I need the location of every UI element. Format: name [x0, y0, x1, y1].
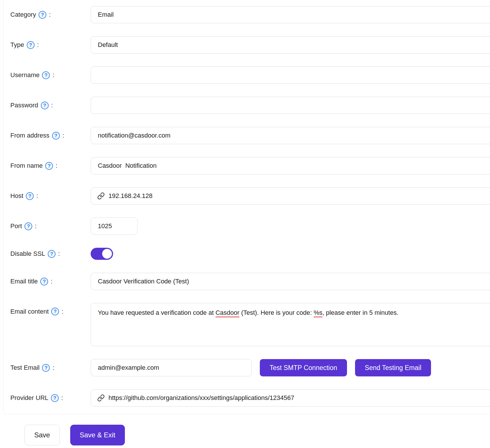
label-colon: :	[56, 162, 57, 169]
link-icon	[97, 394, 105, 402]
type-select[interactable]	[91, 36, 490, 54]
help-icon[interactable]: ?	[51, 394, 59, 402]
email-content-textarea[interactable]: You have requested a verification code a…	[91, 303, 490, 346]
help-icon[interactable]: ?	[39, 11, 46, 19]
email-content-text: (Test). Here is your code:	[239, 309, 314, 316]
help-icon[interactable]: ?	[52, 132, 60, 140]
label-colon: :	[49, 11, 51, 18]
help-icon[interactable]: ?	[24, 222, 32, 230]
help-icon[interactable]: ?	[42, 364, 50, 372]
disable-ssl-toggle[interactable]	[91, 248, 113, 260]
label-colon: :	[36, 192, 38, 200]
help-icon[interactable]: ?	[42, 71, 50, 79]
password-input[interactable]	[91, 97, 490, 114]
email-title-label: Email title	[10, 278, 38, 285]
help-icon[interactable]: ?	[41, 102, 49, 109]
row-port: Port ? :	[10, 218, 490, 235]
category-select[interactable]	[91, 6, 490, 23]
help-icon[interactable]: ?	[45, 162, 53, 170]
test-smtp-connection-button[interactable]: Test SMTP Connection	[260, 359, 347, 376]
row-host: Host ? : 192.168.24.128	[10, 187, 490, 205]
row-password: Password ? :	[10, 97, 490, 114]
email-title-input[interactable]	[91, 273, 490, 290]
toggle-knob	[102, 249, 112, 259]
provider-edit-card: Category ? : Type ? : Username ? :	[3, 0, 490, 414]
spellcheck-underline: %s	[314, 309, 323, 317]
port-label: Port	[10, 222, 22, 230]
label-colon: :	[51, 102, 53, 109]
row-disable-ssl: Disable SSL ? :	[10, 248, 490, 260]
password-label: Password	[10, 102, 38, 109]
label-colon: :	[52, 364, 54, 371]
help-icon[interactable]: ?	[26, 192, 34, 200]
save-exit-button[interactable]: Save & Exit	[70, 425, 125, 445]
label-colon: :	[51, 278, 52, 285]
email-content-text: , please enter in 5 minutes.	[323, 309, 399, 316]
spellcheck-underline: Casdoor	[216, 309, 239, 317]
email-content-label: Email content	[10, 308, 49, 315]
username-input[interactable]	[91, 66, 490, 84]
help-icon[interactable]: ?	[48, 250, 56, 258]
category-label: Category	[10, 11, 36, 18]
help-icon[interactable]: ?	[27, 41, 35, 49]
send-testing-email-button[interactable]: Send Testing Email	[355, 359, 431, 376]
row-username: Username ? :	[10, 66, 490, 84]
provider-url-input[interactable]: https://github.com/organizations/xxx/set…	[91, 389, 490, 407]
label-colon: :	[61, 394, 63, 402]
row-email-content: Email content ? : You have requested a v…	[10, 303, 490, 346]
row-from-name: From name ? :	[10, 157, 490, 174]
port-input[interactable]	[91, 218, 138, 235]
row-email-title: Email title ? :	[10, 273, 490, 290]
help-icon[interactable]: ?	[40, 278, 48, 285]
test-email-input[interactable]	[91, 359, 252, 376]
from-address-label: From address	[10, 132, 49, 139]
label-colon: :	[52, 71, 54, 79]
help-icon[interactable]: ?	[51, 308, 59, 315]
test-email-label: Test Email	[10, 364, 39, 371]
host-input[interactable]: 192.168.24.128	[91, 187, 490, 205]
footer-actions: Save Save & Exit	[24, 425, 490, 445]
row-type: Type ? :	[10, 36, 490, 54]
label-colon: :	[62, 308, 63, 315]
email-content-text: You have requested a verification code a…	[98, 309, 216, 316]
label-colon: :	[35, 222, 37, 230]
host-label: Host	[10, 192, 23, 200]
from-name-input[interactable]	[91, 157, 490, 174]
label-colon: :	[58, 250, 60, 258]
link-icon	[97, 192, 105, 200]
from-address-input[interactable]	[91, 127, 490, 144]
row-test-email: Test Email ? : Test SMTP Connection Send…	[10, 359, 490, 376]
host-value: 192.168.24.128	[108, 192, 152, 200]
save-button[interactable]: Save	[24, 425, 60, 445]
label-colon: :	[37, 41, 39, 49]
type-label: Type	[10, 41, 24, 49]
row-category: Category ? :	[10, 6, 490, 23]
row-from-address: From address ? :	[10, 127, 490, 144]
provider-url-value: https://github.com/organizations/xxx/set…	[108, 394, 294, 402]
disable-ssl-label: Disable SSL	[10, 250, 45, 258]
from-name-label: From name	[10, 162, 43, 169]
provider-url-label: Provider URL	[10, 394, 48, 402]
label-colon: :	[62, 132, 64, 139]
row-provider-url: Provider URL ? : https://github.com/orga…	[10, 389, 490, 407]
username-label: Username	[10, 71, 39, 79]
